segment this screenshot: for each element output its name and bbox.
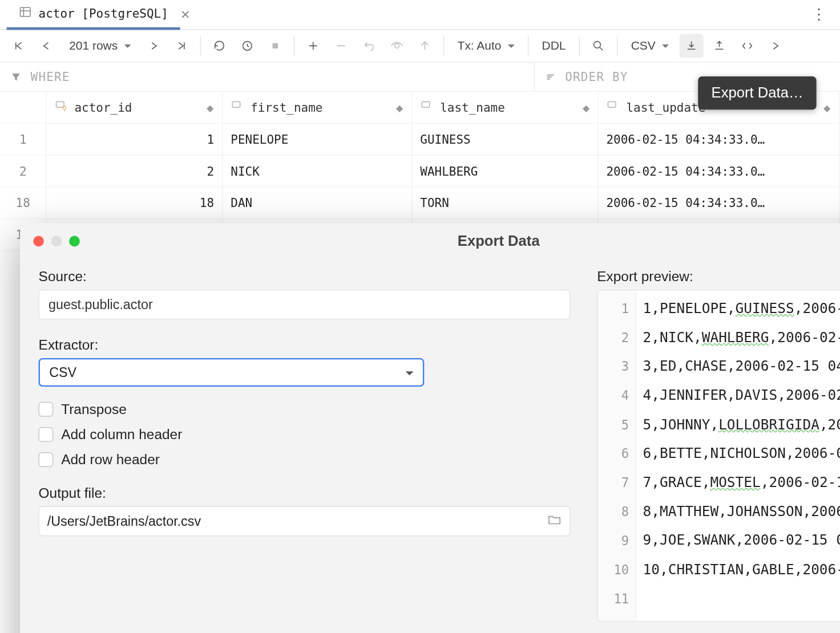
next-page-icon[interactable]: [142, 34, 165, 58]
add-column-header-checkbox[interactable]: Add column header: [39, 427, 571, 443]
last-page-icon[interactable]: [169, 34, 193, 58]
add-row-header-checkbox[interactable]: Add row header: [39, 452, 571, 468]
prev-page-icon[interactable]: [35, 34, 59, 58]
compare-icon[interactable]: [736, 34, 760, 58]
cell-first-name[interactable]: PENELOPE: [223, 124, 412, 155]
cell-actor-id[interactable]: 2: [47, 156, 223, 187]
svg-point-6: [594, 42, 601, 48]
checkbox-icon: [39, 452, 54, 467]
submit-icon[interactable]: [413, 34, 437, 58]
where-label: WHERE: [31, 70, 70, 83]
stop-icon[interactable]: [263, 34, 287, 58]
kebab-menu-icon[interactable]: ⋮: [805, 6, 833, 23]
column-icon: [420, 99, 433, 116]
cell-last-name[interactable]: GUINESS: [412, 124, 598, 155]
cell-actor-id[interactable]: 1: [47, 124, 223, 155]
row-number[interactable]: 18: [0, 188, 47, 219]
export-icon[interactable]: [680, 34, 704, 58]
key-column-icon: [55, 99, 68, 116]
table-row[interactable]: 18 18 DAN TORN 2006-02-15 04:34:33.0…: [0, 188, 839, 220]
first-page-icon[interactable]: [7, 34, 31, 58]
column-header-last-name[interactable]: last_name ◆: [412, 92, 598, 123]
export-format-dropdown[interactable]: CSV: [624, 36, 676, 55]
checkbox-icon: [39, 402, 54, 417]
preview-box: 1234567891011 1,PENELOPE,GUINESS,2006-02…: [597, 290, 840, 622]
close-window-icon[interactable]: [33, 236, 44, 247]
row-count-dropdown[interactable]: 201 rows: [63, 36, 138, 55]
source-field[interactable]: guest.public.actor: [39, 290, 571, 319]
preview-changes-icon[interactable]: [385, 34, 409, 58]
preview-gutter: 1234567891011: [597, 290, 636, 621]
row-number[interactable]: 2: [0, 156, 47, 187]
column-header-actor-id[interactable]: actor_id ◆: [47, 92, 223, 123]
search-icon[interactable]: [587, 34, 611, 58]
close-icon[interactable]: ✕: [180, 7, 190, 22]
remove-row-icon[interactable]: [329, 34, 353, 58]
output-file-label: Output file:: [39, 485, 571, 501]
table-row[interactable]: 1 1 PENELOPE GUINESS 2006-02-15 04:34:33…: [0, 124, 839, 156]
sort-icon: [544, 70, 557, 83]
cell-last-update[interactable]: 2006-02-15 04:34:33.0…: [599, 156, 840, 187]
column-icon: [231, 99, 244, 116]
tab-title: actor [PostgreSQL]: [39, 6, 168, 20]
tooltip-export-data: Export Data…: [698, 76, 817, 109]
cell-last-name[interactable]: WAHLBERG: [412, 156, 598, 187]
cell-last-update[interactable]: 2006-02-15 04:34:33.0…: [599, 124, 840, 155]
svg-rect-4: [273, 43, 278, 49]
import-icon[interactable]: [708, 34, 732, 58]
toolbar: 201 rows Tx: Auto DDL CSV: [0, 29, 839, 62]
svg-point-5: [395, 44, 399, 48]
orderby-label: ORDER BY: [565, 70, 628, 83]
cell-first-name[interactable]: NICK: [223, 156, 412, 187]
folder-icon[interactable]: [547, 512, 562, 530]
tab-actor[interactable]: actor [PostgreSQL]: [7, 0, 180, 30]
extractor-label: Extractor:: [39, 337, 571, 353]
sort-indicator-icon: ◆: [207, 102, 214, 113]
cell-last-update[interactable]: 2006-02-15 04:34:33.0…: [599, 188, 840, 219]
dialog-title: Export Data: [47, 233, 840, 250]
checkbox-icon: [39, 427, 54, 442]
cell-first-name[interactable]: DAN: [223, 188, 412, 219]
history-icon[interactable]: [235, 34, 259, 58]
export-data-dialog: Export Data Source: guest.public.actor E…: [20, 223, 840, 633]
output-file-field[interactable]: /Users/JetBrains/actor.csv: [39, 506, 571, 536]
cell-actor-id[interactable]: 18: [47, 188, 223, 219]
sort-indicator-icon: ◆: [583, 102, 590, 113]
table-row[interactable]: 2 2 NICK WAHLBERG 2006-02-15 04:34:33.0…: [0, 156, 839, 188]
revert-icon[interactable]: [357, 34, 381, 58]
where-filter[interactable]: WHERE: [0, 63, 534, 91]
row-number[interactable]: 1: [0, 124, 47, 155]
source-label: Source:: [39, 269, 571, 285]
sort-indicator-icon: ◆: [823, 102, 831, 113]
svg-point-8: [63, 106, 66, 109]
expand-icon[interactable]: [764, 34, 788, 58]
svg-rect-11: [608, 102, 616, 107]
column-header-first-name[interactable]: first_name ◆: [223, 92, 412, 123]
preview-label: Export preview:: [597, 269, 840, 285]
extractor-select[interactable]: CSV: [39, 358, 425, 387]
column-icon: [606, 99, 619, 116]
gutter-header[interactable]: [0, 92, 47, 123]
svg-rect-0: [21, 7, 30, 17]
table-icon: [19, 5, 32, 22]
filter-icon: [9, 70, 22, 83]
tx-mode-dropdown[interactable]: Tx: Auto: [451, 36, 522, 55]
chevron-down-icon: [406, 365, 414, 380]
svg-rect-10: [422, 102, 430, 107]
cell-last-name[interactable]: TORN: [412, 188, 598, 219]
tab-bar: actor [PostgreSQL] ✕ ⋮: [0, 0, 839, 30]
dialog-titlebar[interactable]: Export Data: [20, 233, 840, 257]
sort-indicator-icon: ◆: [396, 102, 403, 113]
svg-rect-9: [232, 102, 240, 107]
svg-rect-7: [56, 102, 64, 107]
preview-content[interactable]: 1,PENELOPE,GUINESS,2006-02-152,NICK,WAHL…: [636, 290, 840, 621]
add-row-icon[interactable]: [301, 34, 325, 58]
transpose-checkbox[interactable]: Transpose: [39, 401, 571, 417]
ddl-button[interactable]: DDL: [535, 36, 572, 55]
refresh-icon[interactable]: [208, 34, 232, 58]
